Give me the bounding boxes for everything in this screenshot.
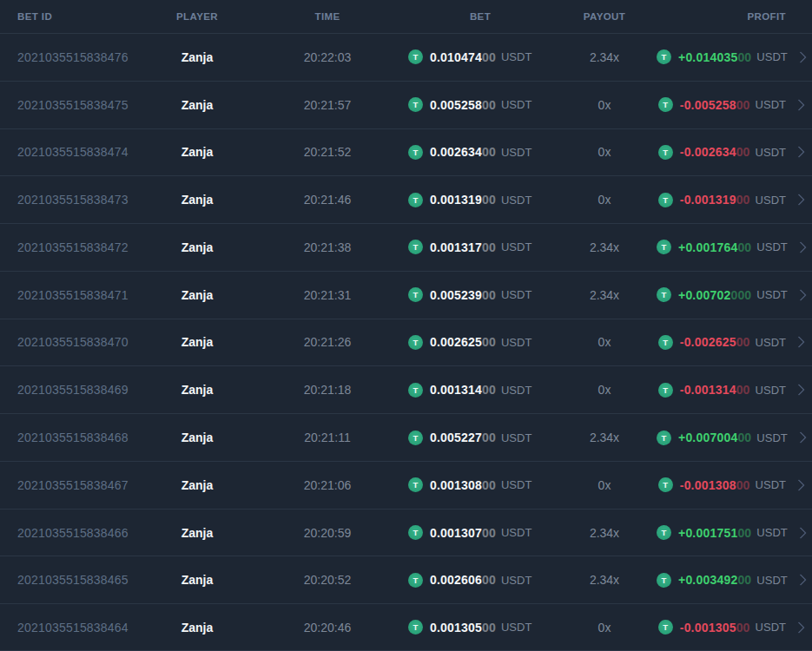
- currency-label: USDT: [501, 288, 531, 301]
- table-row[interactable]: 2021035515838464 Zanja 20:20:46 T 0.0013…: [0, 603, 812, 651]
- bet-amount: 0.00260600: [430, 573, 496, 587]
- bet-amount-cell: T 0.00525800 USDT: [408, 97, 552, 112]
- bet-amount-cell: T 0.00130800 USDT: [408, 477, 552, 492]
- table-row[interactable]: 2021035515838476 Zanja 20:22:03 T 0.0104…: [0, 33, 812, 81]
- row-expand[interactable]: [786, 623, 812, 632]
- bet-amount-cell: T 0.00523900 USDT: [408, 287, 552, 302]
- bet-id: 2021035515838474: [0, 145, 148, 159]
- usdt-icon: T: [408, 97, 423, 112]
- usdt-icon: T: [658, 477, 673, 492]
- row-expand[interactable]: [786, 385, 812, 394]
- row-expand[interactable]: [788, 433, 812, 442]
- player-name: Zanja: [148, 240, 247, 254]
- bet-main: 0.001307: [430, 526, 482, 540]
- table-row[interactable]: 2021035515838468 Zanja 20:21:11 T 0.0052…: [0, 413, 812, 461]
- payout-multiplier: 2.34x: [552, 50, 657, 64]
- row-expand[interactable]: [788, 53, 812, 62]
- table-row[interactable]: 2021035515838471 Zanja 20:21:31 T 0.0052…: [0, 271, 812, 319]
- header-time: TIME: [247, 11, 408, 22]
- chevron-right-icon: [795, 574, 807, 586]
- profit-main: -0.001319: [680, 193, 736, 207]
- table-row[interactable]: 2021035515838472 Zanja 20:21:38 T 0.0013…: [0, 223, 812, 271]
- row-expand[interactable]: [786, 101, 812, 109]
- profit-dim: 00: [736, 621, 750, 635]
- table-row[interactable]: 2021035515838465 Zanja 20:20:52 T 0.0026…: [0, 556, 812, 603]
- bet-time: 20:21:38: [247, 240, 408, 254]
- chevron-right-icon: [793, 194, 805, 206]
- bet-main: 0.001319: [430, 193, 482, 207]
- profit-main: +0.001764: [678, 240, 737, 254]
- table-row[interactable]: 2021035515838469 Zanja 20:21:18 T 0.0013…: [0, 365, 812, 413]
- row-expand[interactable]: [786, 148, 812, 156]
- currency-label: USDT: [756, 621, 786, 634]
- profit-amount: +0.00700400: [678, 431, 751, 444]
- bet-id: 2021035515838472: [0, 240, 148, 254]
- bet-main: 0.001308: [430, 478, 482, 492]
- payout-multiplier: 0x: [552, 193, 657, 207]
- profit-amount: -0.00130500: [680, 621, 750, 635]
- table-row[interactable]: 2021035515838473 Zanja 20:21:46 T 0.0013…: [0, 175, 812, 223]
- row-expand[interactable]: [788, 291, 812, 299]
- payout-multiplier: 0x: [552, 98, 657, 112]
- chevron-right-icon: [793, 99, 805, 111]
- bet-main: 0.001314: [430, 383, 482, 397]
- profit-dim: 00: [736, 478, 750, 492]
- currency-label: USDT: [756, 574, 787, 587]
- player-name: Zanja: [148, 50, 247, 64]
- profit-dim: 00: [736, 145, 750, 159]
- chevron-right-icon: [795, 431, 807, 444]
- payout-multiplier: 0x: [552, 621, 657, 635]
- usdt-icon: T: [408, 383, 423, 398]
- row-expand[interactable]: [788, 529, 812, 537]
- player-name: Zanja: [148, 193, 247, 207]
- bet-amount: 0.00523900: [430, 288, 496, 302]
- currency-label: USDT: [756, 194, 786, 207]
- currency-label: USDT: [756, 431, 787, 444]
- bet-amount: 0.00262500: [430, 335, 496, 349]
- bet-amount-cell: T 0.00522700 USDT: [408, 431, 552, 445]
- bet-main: 0.005258: [430, 98, 482, 112]
- row-expand[interactable]: [788, 575, 812, 584]
- chevron-right-icon: [795, 51, 807, 63]
- chevron-right-icon: [795, 526, 807, 538]
- chevron-right-icon: [793, 479, 805, 491]
- row-expand[interactable]: [786, 338, 812, 346]
- table-row[interactable]: 2021035515838470 Zanja 20:21:26 T 0.0026…: [0, 319, 812, 366]
- chevron-right-icon: [795, 241, 807, 253]
- profit-main: -0.002634: [680, 145, 736, 159]
- usdt-icon: T: [658, 620, 673, 635]
- row-expand[interactable]: [786, 195, 812, 204]
- profit-amount: +0.00175100: [678, 526, 751, 540]
- row-expand[interactable]: [788, 243, 812, 252]
- bet-main: 0.002625: [430, 335, 482, 349]
- payout-multiplier: 2.34x: [552, 573, 657, 587]
- table-row[interactable]: 2021035515838467 Zanja 20:21:06 T 0.0013…: [0, 461, 812, 509]
- table-row[interactable]: 2021035515838466 Zanja 20:20:59 T 0.0013…: [0, 509, 812, 556]
- usdt-icon: T: [408, 477, 423, 492]
- bet-id: 2021035515838470: [0, 335, 148, 349]
- table-row[interactable]: 2021035515838474 Zanja 20:21:52 T 0.0026…: [0, 128, 812, 176]
- profit-cell: T +0.01403500 USDT: [657, 49, 788, 64]
- table-row[interactable]: 2021035515838475 Zanja 20:21:57 T 0.0052…: [0, 81, 812, 128]
- row-expand[interactable]: [786, 481, 812, 490]
- bet-time: 20:21:57: [247, 98, 408, 112]
- bet-amount-cell: T 0.00131700 USDT: [408, 240, 552, 254]
- bet-time: 20:21:52: [247, 145, 408, 159]
- usdt-icon: T: [657, 49, 671, 64]
- payout-multiplier: 2.34x: [552, 526, 657, 540]
- bet-amount: 0.00522700: [430, 431, 496, 444]
- currency-label: USDT: [756, 50, 787, 63]
- profit-main: +0.014035: [678, 50, 737, 64]
- bet-amount: 0.00263400: [430, 145, 496, 159]
- profit-cell: T -0.00131900 USDT: [657, 193, 786, 207]
- header-bet-id: BET ID: [0, 11, 148, 22]
- bet-dim: 00: [482, 145, 496, 159]
- usdt-icon: T: [657, 240, 671, 254]
- player-name: Zanja: [148, 145, 247, 159]
- currency-label: USDT: [501, 98, 531, 111]
- profit-main: -0.001314: [680, 383, 736, 397]
- usdt-icon: T: [408, 620, 423, 635]
- bet-id: 2021035515838473: [0, 193, 148, 207]
- chevron-right-icon: [795, 289, 807, 301]
- bet-dim: 00: [482, 478, 496, 492]
